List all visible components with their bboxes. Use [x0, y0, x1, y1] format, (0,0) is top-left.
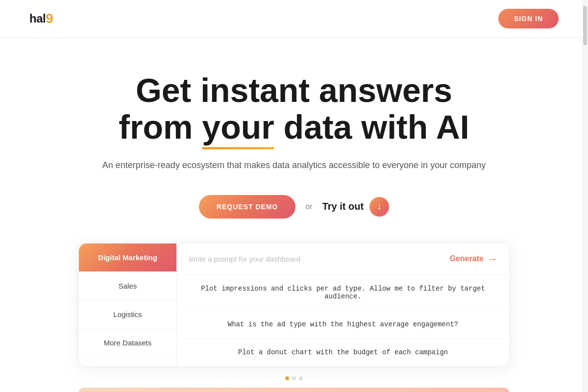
- try-it-out-button[interactable]: Try it out ↓: [322, 197, 389, 217]
- suggestion-item-1[interactable]: Plot impressions and clicks per ad type.…: [177, 275, 509, 311]
- scrollbar-thumb[interactable]: [583, 6, 587, 45]
- hero-title: Get instant answers from your data with …: [29, 72, 559, 146]
- hero-title-line1: Get instant answers: [136, 72, 452, 109]
- pagination-dots: [29, 376, 559, 380]
- generate-arrow-icon: →: [488, 253, 497, 265]
- try-it-out-label: Try it out: [322, 201, 364, 212]
- logo-text: hal: [29, 12, 46, 25]
- or-text: or: [305, 202, 312, 211]
- header: hal9 SIGN IN: [0, 0, 588, 38]
- logo-digit: 9: [46, 11, 53, 26]
- demo-sidebar: Digital Marketing Sales Logistics More D…: [79, 244, 177, 366]
- request-demo-button[interactable]: REQUEST DEMO: [199, 195, 296, 219]
- hero-title-line2-suffix: data with AI: [274, 108, 469, 146]
- sidebar-item-more-datasets[interactable]: More Datasets: [79, 329, 176, 357]
- sidebar-item-digital-marketing[interactable]: Digital Marketing: [79, 244, 176, 272]
- prompt-row: Write a prompt for your dashboard Genera…: [177, 244, 509, 275]
- demo-container: Digital Marketing Sales Logistics More D…: [78, 243, 510, 367]
- bottom-hint-bar: [78, 388, 510, 392]
- prompt-placeholder: Write a prompt for your dashboard: [189, 255, 300, 263]
- try-it-out-icon: ↓: [369, 197, 389, 217]
- dot-1[interactable]: [285, 376, 289, 380]
- cta-row: REQUEST DEMO or Try it out ↓: [29, 195, 559, 219]
- suggestion-item-2[interactable]: What is the ad type with the highest ave…: [177, 311, 509, 339]
- hero-title-underline-word: your: [202, 109, 274, 146]
- hero-title-line2-prefix: from: [119, 108, 202, 146]
- hero-subtitle: An enterprise-ready ecosystem that makes…: [29, 160, 559, 171]
- sidebar-item-logistics[interactable]: Logistics: [79, 300, 176, 329]
- sidebar-item-sales[interactable]: Sales: [79, 272, 176, 300]
- dot-2[interactable]: [292, 376, 296, 380]
- hero-section: Get instant answers from your data with …: [0, 38, 588, 392]
- generate-button[interactable]: Generate →: [450, 253, 497, 265]
- suggestion-item-3[interactable]: Plot a donut chart with the budget of ea…: [177, 339, 509, 366]
- sign-in-button[interactable]: SIGN IN: [498, 9, 559, 28]
- dot-3[interactable]: [299, 376, 303, 380]
- generate-label: Generate: [450, 254, 484, 263]
- logo: hal9: [29, 11, 53, 26]
- scrollbar[interactable]: [582, 0, 588, 392]
- down-arrow-icon: ↓: [377, 201, 382, 212]
- demo-main: Write a prompt for your dashboard Genera…: [177, 244, 509, 366]
